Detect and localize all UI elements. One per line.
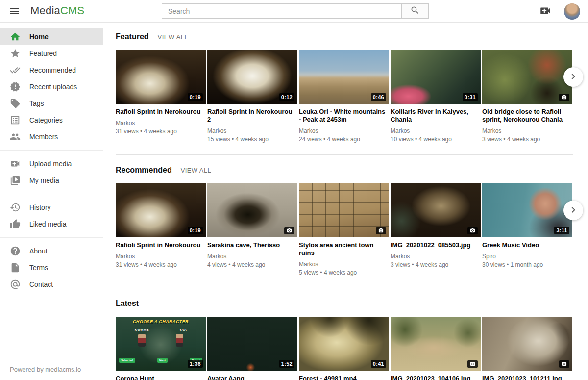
media-title[interactable]: Leuka Ori - White mountains - Peak at 24…: [299, 108, 389, 124]
thumbnail[interactable]: [482, 50, 572, 104]
sidebar-nav: Home Featured Recommended Recent uploads…: [0, 28, 103, 293]
thumbnail[interactable]: 0:19: [116, 50, 206, 104]
sidebar-item-liked-media[interactable]: Liked media: [0, 216, 103, 232]
tag-icon: [10, 98, 21, 109]
carousel-next-button[interactable]: [564, 67, 583, 87]
sidebar-item-categories[interactable]: Categories: [0, 112, 103, 128]
duration-badge: 0:41: [371, 360, 386, 368]
media-author[interactable]: Markos: [299, 261, 389, 268]
media-title[interactable]: IMG_20201022_085503.jpg: [391, 241, 481, 249]
duration-badge: 0:19: [188, 93, 203, 101]
top-bar: MediaCMS: [0, 0, 588, 23]
media-author[interactable]: Markos: [207, 253, 297, 260]
thumbnail[interactable]: [207, 183, 297, 237]
sidebar-item-home[interactable]: Home: [0, 28, 103, 45]
media-title[interactable]: IMG_20201023_104106.jpg: [391, 375, 481, 380]
members-icon: [10, 131, 21, 142]
media-author[interactable]: Markos: [482, 127, 572, 134]
thumbnail[interactable]: 3:11: [482, 183, 572, 237]
thumbnail[interactable]: CHOOSE A CHARACTERKWAMEYAASelectedNextSe…: [116, 317, 206, 371]
media-title[interactable]: Corona Hunt: [116, 375, 206, 380]
thumbnail[interactable]: 0:31: [391, 50, 481, 104]
sidebar-item-about[interactable]: About: [0, 243, 103, 259]
search-input[interactable]: [162, 3, 402, 19]
carousel-next-button[interactable]: [564, 201, 583, 220]
media-author[interactable]: Markos: [391, 127, 481, 134]
sidebar-item-members[interactable]: Members: [0, 128, 103, 145]
thumbnail[interactable]: 0:12: [207, 50, 297, 104]
media-card[interactable]: Stylos area ancient town ruins Markos 5 …: [299, 183, 389, 276]
media-author[interactable]: Markos: [116, 120, 206, 127]
media-card[interactable]: 0:41 Forest - 49981.mp4 test 17 views • …: [299, 317, 389, 380]
view-all-link[interactable]: VIEW ALL: [181, 167, 211, 174]
sidebar-item-upload-media[interactable]: Upload media: [0, 155, 103, 172]
logo-text-media: Media: [30, 4, 60, 17]
media-meta: 5 views • 4 weeks ago: [299, 269, 389, 276]
media-card[interactable]: 0:31 Koiliaris River in Kalyves, Chania …: [391, 50, 481, 143]
media-title[interactable]: Rafioli Sprint in Nerokourou: [116, 108, 206, 116]
media-title[interactable]: Avatar Aang: [207, 375, 297, 380]
sidebar-item-history[interactable]: History: [0, 199, 103, 216]
search-button[interactable]: [402, 3, 429, 19]
upload-media-icon[interactable]: [539, 4, 552, 18]
thumbnail[interactable]: 0:41: [299, 317, 389, 371]
logo[interactable]: MediaCMS: [30, 4, 84, 17]
media-author[interactable]: Markos: [116, 253, 206, 260]
sidebar-item-featured[interactable]: Featured: [0, 45, 103, 62]
sidebar-item-recent-uploads[interactable]: Recent uploads: [0, 78, 103, 95]
thumb-up-icon: [10, 219, 21, 229]
section-header: Featured VIEW ALL: [116, 23, 573, 41]
media-card[interactable]: 0:12 Rafioli Sprint in Nerokourou 2 Mark…: [207, 50, 297, 143]
media-author[interactable]: Markos: [299, 127, 389, 134]
sidebar-divider: [0, 237, 103, 238]
media-author[interactable]: Markos: [391, 253, 481, 260]
camera-icon: [559, 94, 569, 101]
thumbnail[interactable]: [391, 183, 481, 237]
menu-icon[interactable]: [8, 4, 22, 18]
media-card[interactable]: IMG_20201023_104106.jpg Markos 4 views •…: [391, 317, 481, 380]
search-icon: [410, 5, 420, 17]
media-title[interactable]: Sarakina cave, Therisso: [207, 241, 297, 249]
media-card[interactable]: IMG_20201022_085503.jpg Markos 3 views •…: [391, 183, 481, 276]
media-meta: 3 views • 4 weeks ago: [482, 136, 572, 143]
thumbnail[interactable]: [299, 183, 389, 237]
media-title[interactable]: Rafioli Sprint in Nerokourou 2: [207, 108, 297, 124]
media-title[interactable]: IMG_20201023_101211.jpg: [482, 375, 572, 380]
thumbnail[interactable]: 0:19: [116, 183, 206, 237]
thumbnail[interactable]: [391, 317, 481, 371]
sidebar: Home Featured Recommended Recent uploads…: [0, 23, 103, 380]
thumbnail[interactable]: 0:46: [299, 50, 389, 104]
media-title[interactable]: Koiliaris River in Kalyves, Chania: [391, 108, 481, 124]
media-title[interactable]: Stylos area ancient town ruins: [299, 241, 389, 257]
document-icon: [10, 262, 21, 273]
media-card[interactable]: Sarakina cave, Therisso Markos 4 views •…: [207, 183, 297, 276]
media-title[interactable]: Rafioli Sprint in Nerokourou: [116, 241, 206, 249]
media-card[interactable]: Old bridge close to Rafioli sprint, Nero…: [482, 50, 572, 143]
media-title[interactable]: Greek Music Video: [482, 241, 572, 249]
cards-row: 0:19 Rafioli Sprint in Nerokourou Markos…: [116, 183, 573, 276]
view-all-link[interactable]: VIEW ALL: [158, 33, 188, 41]
media-card[interactable]: IMG_20201023_101211.jpg Markos 4 views •…: [482, 317, 572, 380]
cards-row: 0:19 Rafioli Sprint in Nerokourou Markos…: [116, 50, 573, 143]
media-card[interactable]: 3:11 Greek Music Video Spiro 30 views • …: [482, 183, 572, 276]
media-card[interactable]: 1:52 Avatar Aang Dickson Jr. 12 views • …: [207, 317, 297, 380]
sidebar-item-tags[interactable]: Tags: [0, 95, 103, 112]
media-author[interactable]: Spiro: [482, 253, 572, 260]
media-title[interactable]: Forest - 49981.mp4: [299, 375, 389, 380]
sidebar-item-terms[interactable]: Terms: [0, 259, 103, 276]
avatar[interactable]: [564, 3, 580, 20]
thumbnail[interactable]: [482, 317, 572, 371]
powered-by: Powered by mediacms.io: [10, 366, 81, 373]
home-icon: [10, 31, 21, 42]
media-card[interactable]: 0:46 Leuka Ori - White mountains - Peak …: [299, 50, 389, 143]
thumbnail[interactable]: 1:52: [207, 317, 297, 371]
sidebar-item-my-media[interactable]: My media: [0, 172, 103, 189]
sidebar-item-contact[interactable]: Contact: [0, 276, 103, 293]
media-card[interactable]: 0:19 Rafioli Sprint in Nerokourou Markos…: [116, 50, 206, 143]
sidebar-item-recommended[interactable]: Recommended: [0, 62, 103, 78]
media-card[interactable]: 0:19 Rafioli Sprint in Nerokourou Markos…: [116, 183, 206, 276]
media-card[interactable]: CHOOSE A CHARACTERKWAMEYAASelectedNextSe…: [116, 317, 206, 380]
media-title[interactable]: Old bridge close to Rafioli sprint, Nero…: [482, 108, 572, 124]
media-meta: 24 views • 4 weeks ago: [299, 136, 389, 143]
media-author[interactable]: Markos: [207, 127, 297, 134]
